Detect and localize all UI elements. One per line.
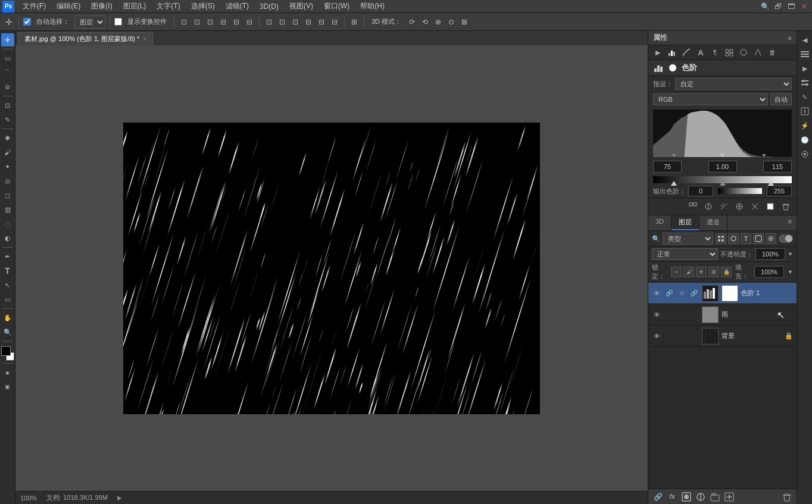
- layer-item-background[interactable]: 👁: [648, 325, 797, 347]
- distribute-left-icon[interactable]: ⊡: [264, 17, 274, 27]
- menu-image[interactable]: 图像(I): [86, 0, 117, 12]
- 3d-scale-icon[interactable]: ⊠: [459, 17, 470, 27]
- color-swatches[interactable]: [1, 346, 14, 361]
- layer-vis-btn-rain[interactable]: 👁: [652, 310, 661, 320]
- zoom-btn[interactable]: 🔍: [1, 325, 14, 339]
- rectangular-marquee-btn[interactable]: ▭: [1, 52, 14, 65]
- sidebar-actions-btn[interactable]: ⚡: [798, 119, 811, 132]
- sidebar-edit-btn[interactable]: ✎: [798, 90, 811, 104]
- blur-btn[interactable]: ◌: [1, 217, 14, 230]
- adjust-type-icon[interactable]: A: [695, 46, 707, 58]
- blend-mode-select[interactable]: 正常: [652, 248, 718, 260]
- filter-adjustment-icon[interactable]: [728, 233, 739, 244]
- lock-artboard-btn[interactable]: ⊞: [708, 267, 719, 277]
- filter-pixel-icon[interactable]: [716, 233, 726, 244]
- 3d-pan-icon[interactable]: ⊕: [433, 17, 444, 27]
- layers-mask-btn[interactable]: [680, 491, 692, 503]
- layers-link-btn[interactable]: 🔗: [652, 491, 664, 503]
- filter-type-select[interactable]: 类型: [663, 233, 713, 245]
- menu-help[interactable]: 帮助(H): [355, 0, 389, 12]
- white-point-handle[interactable]: [768, 181, 774, 186]
- layers-new-btn[interactable]: [723, 491, 735, 503]
- menu-view[interactable]: 视图(V): [285, 0, 318, 12]
- output-white-input[interactable]: [767, 186, 792, 196]
- lock-transparent-btn[interactable]: ▪: [671, 267, 682, 277]
- sidebar-collapse-btn[interactable]: ◀: [798, 33, 811, 46]
- layer-item-rain[interactable]: 👁 雨 ↖: [648, 304, 797, 325]
- lock-pixels-btn[interactable]: 🖌: [683, 267, 694, 277]
- menu-text[interactable]: 文字(T): [152, 0, 185, 12]
- adjust-trash-icon[interactable]: 🗑: [766, 46, 778, 58]
- opacity-input[interactable]: [755, 248, 785, 260]
- rectangle-btn[interactable]: ▭: [1, 293, 14, 306]
- menu-window[interactable]: 窗口(W): [319, 0, 354, 12]
- tab-channels[interactable]: 通道: [699, 215, 727, 230]
- adjust-play-icon[interactable]: ▶: [652, 46, 664, 58]
- fill-input[interactable]: [754, 266, 784, 278]
- menu-3d[interactable]: 3D(D): [255, 1, 283, 12]
- layer-vis-btn-bg[interactable]: 👁: [652, 331, 661, 341]
- menu-select[interactable]: 选择(S): [186, 0, 220, 12]
- brush-btn[interactable]: 🖌: [1, 146, 14, 159]
- panel-menu-icon[interactable]: ≡: [788, 35, 792, 42]
- quick-mask-btn[interactable]: ◉: [1, 366, 14, 379]
- black-point-input[interactable]: [653, 161, 682, 173]
- filter-type-icon[interactable]: T: [741, 233, 751, 244]
- canvas-tab[interactable]: 素材.jpg @ 100% (色阶 1, 图层蒙版/8) * ×: [18, 32, 153, 45]
- 3d-roll-icon[interactable]: ⟲: [420, 17, 430, 27]
- 3d-slide-icon[interactable]: ⊙: [446, 17, 457, 27]
- layers-group-btn[interactable]: [709, 491, 721, 503]
- filter-shape-icon[interactable]: [753, 233, 764, 244]
- window-resize-icon[interactable]: 🗗: [773, 1, 783, 12]
- spot-healing-btn[interactable]: ✱: [1, 132, 14, 145]
- props-tool-3[interactable]: [718, 201, 730, 212]
- distribute-v-icon[interactable]: ⊟: [316, 17, 327, 27]
- sidebar-history-btn[interactable]: 🕐: [798, 133, 811, 146]
- type-btn[interactable]: T: [1, 264, 14, 277]
- layers-adjustment-btn[interactable]: [695, 491, 707, 503]
- preset-dropdown[interactable]: 自定: [675, 78, 792, 90]
- gradient-btn[interactable]: ▥: [1, 203, 14, 216]
- align-left-icon[interactable]: ⊡: [179, 17, 189, 27]
- crop-btn[interactable]: ⊡: [1, 99, 14, 112]
- adjust-para-icon[interactable]: ¶: [709, 46, 721, 58]
- lock-all-btn[interactable]: 🔒: [721, 267, 732, 277]
- clone-stamp-btn[interactable]: ✦: [1, 160, 14, 173]
- filter-search-icon[interactable]: 🔍: [652, 235, 660, 243]
- foreground-color[interactable]: [1, 346, 11, 356]
- menu-file[interactable]: 文件(F): [18, 0, 51, 12]
- auto-select-checkbox[interactable]: [23, 18, 31, 26]
- align-center-h-icon[interactable]: ⊡: [192, 17, 202, 27]
- layer-link-btn-levels1[interactable]: 🔗: [664, 289, 674, 298]
- dodge-btn[interactable]: ◐: [1, 231, 14, 245]
- gamma-handle[interactable]: [720, 181, 726, 186]
- sidebar-info-btn[interactable]: [798, 105, 811, 118]
- canvas-scroll[interactable]: [15, 45, 648, 491]
- hand-btn[interactable]: ✋: [1, 311, 14, 324]
- align-right-icon[interactable]: ⊡: [205, 17, 216, 27]
- align-bottom-icon[interactable]: ⊟: [244, 17, 255, 27]
- search-icon[interactable]: 🔍: [760, 1, 770, 12]
- move-tool-icon[interactable]: ✛: [4, 17, 14, 27]
- adjust-curves-icon[interactable]: [680, 46, 692, 58]
- menu-filter[interactable]: 滤镜(T): [221, 0, 254, 12]
- props-tool-1[interactable]: [687, 201, 699, 212]
- props-tool-trash[interactable]: [780, 201, 792, 212]
- fill-arrow[interactable]: ▼: [788, 269, 793, 275]
- align-center-v-icon[interactable]: ⊟: [231, 17, 242, 27]
- window-close-icon[interactable]: ✕: [799, 1, 810, 12]
- adjust-fx-icon[interactable]: [738, 46, 749, 58]
- props-tool-eyedropper-white[interactable]: [764, 201, 776, 212]
- layers-fx-btn[interactable]: fx: [666, 491, 678, 503]
- tab-layers[interactable]: 图层: [672, 215, 699, 230]
- menu-edit[interactable]: 编辑(E): [52, 0, 85, 12]
- props-tool-4[interactable]: [733, 201, 745, 212]
- sidebar-cc-btn[interactable]: [798, 148, 811, 161]
- menu-layer[interactable]: 图层(L): [118, 0, 151, 12]
- eyedropper-btn[interactable]: ✎: [1, 113, 14, 126]
- filter-smart-icon[interactable]: [766, 233, 776, 244]
- channel-dropdown[interactable]: RGB: [653, 93, 768, 105]
- eraser-btn[interactable]: ◻: [1, 189, 14, 202]
- output-black-input[interactable]: [688, 186, 713, 196]
- adjust-smart-icon[interactable]: [752, 46, 764, 58]
